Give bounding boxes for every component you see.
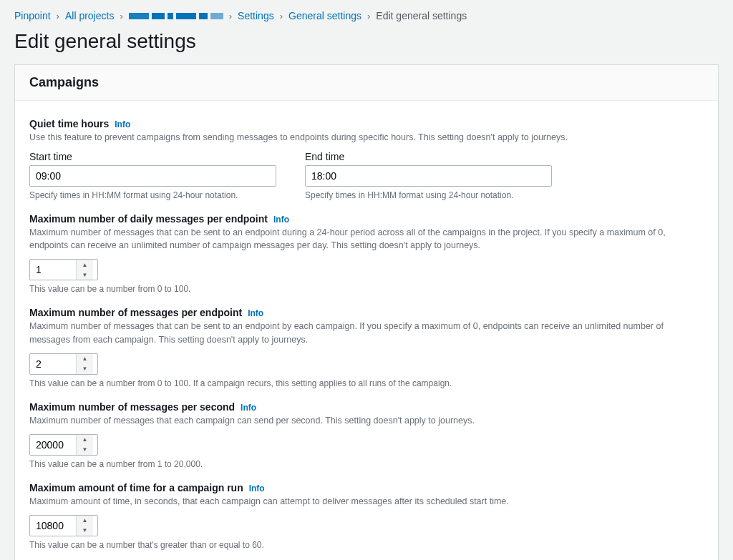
run-time-info-link[interactable]: Info: [249, 483, 265, 493]
daily-max-stepper[interactable]: ▲ ▼: [29, 259, 98, 280]
daily-max-hint: This value can be a number from 0 to 100…: [29, 284, 704, 294]
quiet-time-info-link[interactable]: Info: [115, 119, 130, 129]
breadcrumb-project[interactable]: [129, 10, 223, 21]
start-time-label: Start time: [29, 151, 276, 162]
breadcrumb-pinpoint[interactable]: Pinpoint: [14, 10, 51, 21]
chevron-right-icon: ›: [280, 11, 283, 21]
end-time-hint: Specify times in HH:MM format using 24-h…: [305, 190, 552, 200]
per-second-step-up[interactable]: ▲: [77, 435, 93, 445]
run-time-step-up[interactable]: ▲: [77, 516, 93, 526]
per-endpoint-input[interactable]: [30, 354, 76, 374]
breadcrumb-current: Edit general settings: [376, 10, 467, 21]
panel-title: Campaigns: [29, 75, 704, 90]
per-second-info-link[interactable]: Info: [241, 403, 256, 413]
breadcrumb-settings[interactable]: Settings: [238, 10, 274, 21]
run-time-hint: This value can be a number that's greate…: [29, 540, 704, 550]
breadcrumb-all-projects[interactable]: All projects: [65, 10, 114, 21]
per-endpoint-hint: This value can be a number from 0 to 100…: [29, 378, 704, 388]
per-endpoint-desc: Maximum number of messages that can be s…: [29, 320, 704, 345]
per-second-step-down[interactable]: ▼: [77, 445, 93, 455]
per-second-hint: This value can be a number from 1 to 20,…: [29, 459, 704, 469]
per-endpoint-title: Maximum number of messages per endpoint: [29, 307, 242, 318]
breadcrumb: Pinpoint › All projects › › Settings › G…: [14, 10, 719, 21]
chevron-right-icon: ›: [120, 11, 122, 21]
per-endpoint-info-link[interactable]: Info: [248, 308, 263, 318]
daily-max-step-down[interactable]: ▼: [77, 270, 93, 280]
run-time-input[interactable]: [30, 516, 76, 536]
chevron-right-icon: ›: [57, 11, 59, 21]
daily-max-desc: Maximum number of messages that can be s…: [29, 226, 704, 252]
end-time-label: End time: [305, 151, 552, 162]
per-endpoint-step-up[interactable]: ▲: [77, 354, 93, 364]
daily-max-title: Maximum number of daily messages per end…: [29, 213, 268, 225]
run-time-desc: Maximum amount of time, in seconds, that…: [29, 495, 704, 508]
quiet-time-title: Quiet time hours: [29, 118, 109, 129]
daily-max-step-up[interactable]: ▲: [77, 260, 93, 270]
daily-max-info-link[interactable]: Info: [273, 215, 289, 225]
per-endpoint-step-down[interactable]: ▼: [77, 364, 93, 374]
redacted-project-name: [129, 13, 223, 19]
start-time-hint: Specify times in HH:MM format using 24-h…: [29, 190, 276, 200]
panel-header: Campaigns: [15, 65, 718, 101]
run-time-stepper[interactable]: ▲ ▼: [29, 515, 98, 536]
chevron-right-icon: ›: [367, 11, 370, 21]
campaigns-panel: Campaigns Quiet time hours Info Use this…: [14, 64, 719, 560]
per-second-input[interactable]: [30, 435, 76, 455]
quiet-time-desc: Use this feature to prevent campaigns fr…: [29, 131, 704, 144]
per-second-title: Maximum number of messages per second: [29, 401, 235, 413]
breadcrumb-general-settings[interactable]: General settings: [288, 10, 361, 21]
run-time-title: Maximum amount of time for a campaign ru…: [29, 482, 243, 493]
per-second-desc: Maximum number of messages that each cam…: [29, 414, 704, 427]
per-endpoint-stepper[interactable]: ▲ ▼: [29, 353, 98, 375]
start-time-input[interactable]: [29, 165, 276, 187]
chevron-right-icon: ›: [229, 11, 232, 21]
per-second-stepper[interactable]: ▲ ▼: [29, 434, 98, 456]
daily-max-input[interactable]: [30, 260, 76, 280]
end-time-input[interactable]: [305, 165, 552, 187]
page-title: Edit general settings: [14, 30, 719, 53]
run-time-step-down[interactable]: ▼: [77, 526, 93, 536]
